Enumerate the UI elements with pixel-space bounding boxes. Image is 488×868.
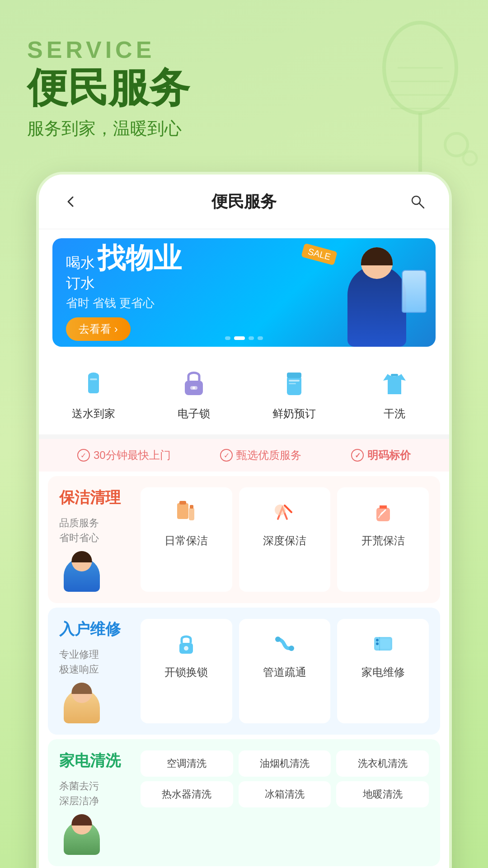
lock-icon	[176, 365, 212, 401]
appliance-header: 家电清洗 杀菌去污 深层洁净 空调清洗	[59, 750, 429, 855]
repair-desc: 专业修理 极速响应	[59, 647, 131, 677]
daily-cleaning-icon	[170, 496, 202, 528]
washer-cleaning-card[interactable]: 洗衣机清洗	[336, 750, 429, 777]
daily-cleaning-label: 日常保洁	[164, 533, 208, 548]
back-button[interactable]	[57, 188, 84, 215]
cleaning-desc: 品质服务 省时省心	[59, 515, 131, 545]
locksmith-label: 开锁换锁	[164, 665, 208, 679]
pipe-card[interactable]: 管道疏通	[239, 619, 331, 723]
banner-text-area: 喝水订水 找物业 省时 省钱 更省心 去看看 ›	[66, 244, 422, 341]
appliance-repair-card[interactable]: 家电维修	[337, 619, 429, 723]
svg-rect-22	[179, 501, 186, 505]
banner-button[interactable]: 去看看 ›	[66, 317, 131, 341]
svg-point-31	[289, 646, 294, 651]
fridge-cleaning-card[interactable]: 冰箱清洗	[239, 781, 331, 807]
dryclean-service-label: 干洗	[384, 406, 405, 421]
phone-mockup: 便民服务 喝水订水 找物业 省时 省钱 更省心 去看看 ›	[36, 172, 452, 868]
daily-cleaning-card[interactable]: 日常保洁	[141, 487, 232, 592]
deep-cleaning-card[interactable]: 深度保洁	[239, 487, 331, 592]
shirt-icon	[376, 365, 413, 401]
quick-services: 送水到家 电子锁	[39, 356, 449, 434]
svg-rect-18	[289, 380, 300, 382]
appliance-person	[59, 814, 104, 855]
repair-section: 入户维修 专业修理 极速响应	[48, 608, 440, 735]
svg-point-30	[275, 637, 281, 642]
appliance-row-2: 热水器清洗 冰箱清洗 地暖清洗	[141, 781, 429, 807]
pioneer-cleaning-icon	[367, 496, 399, 528]
quick-service-milk[interactable]: 鲜奶预订	[244, 365, 344, 421]
lock-service-label: 电子锁	[178, 406, 210, 421]
svg-line-26	[285, 505, 291, 512]
locksmith-icon	[170, 628, 202, 660]
check-icon-3: ✓	[351, 449, 364, 462]
svg-point-36	[376, 642, 379, 645]
water-icon	[75, 365, 112, 401]
cleaning-header: 保洁清理 品质服务 省时省心	[59, 487, 429, 592]
svg-point-29	[184, 646, 188, 651]
svg-rect-11	[88, 375, 99, 393]
banner-container: 喝水订水 找物业 省时 省钱 更省心 去看看 ›	[39, 229, 449, 356]
repair-title: 入户维修	[59, 619, 131, 640]
appliance-grid: 空调清洗 油烟机清洗 洗衣机清洗 热水器清洗 冰箱清洗 地暖清洗	[141, 750, 429, 855]
svg-rect-16	[287, 376, 301, 395]
app-content: 便民服务 喝水订水 找物业 省时 省钱 更省心 去看看 ›	[39, 175, 449, 868]
badge-quality: ✓ 甄选优质服务	[220, 448, 301, 462]
repair-header: 入户维修 专业修理 极速响应	[59, 619, 429, 723]
svg-line-9	[419, 203, 424, 208]
svg-rect-27	[376, 508, 390, 521]
cleaning-title: 保洁清理	[59, 487, 131, 508]
hood-cleaning-card[interactable]: 油烟机清洗	[239, 750, 331, 777]
appliance-repair-label: 家电维修	[361, 665, 405, 679]
search-icon[interactable]	[404, 188, 431, 215]
svg-rect-20	[391, 374, 398, 376]
svg-rect-19	[289, 383, 296, 384]
floor-heating-card[interactable]: 地暖清洗	[336, 781, 429, 807]
svg-point-35	[376, 639, 379, 642]
deep-cleaning-icon	[269, 496, 300, 528]
nav-title: 便民服务	[211, 191, 277, 213]
cleaning-section: 保洁清理 品质服务 省时省心	[48, 476, 440, 603]
ac-cleaning-card[interactable]: 空调清洗	[141, 750, 233, 777]
badge-row: ✓ 30分钟最快上门 ✓ 甄选优质服务 ✓ 明码标价	[39, 439, 449, 472]
service-subtitle: 服务到家，温暖到心	[27, 117, 461, 140]
repair-person	[59, 683, 104, 723]
pioneer-cleaning-label: 开荒保洁	[361, 533, 405, 548]
quick-service-lock[interactable]: 电子锁	[144, 365, 244, 421]
quick-service-dryclean[interactable]: 干洗	[344, 365, 445, 421]
quick-service-water[interactable]: 送水到家	[43, 365, 144, 421]
deep-cleaning-label: 深度保洁	[263, 533, 306, 548]
check-icon-2: ✓	[220, 449, 233, 462]
appliance-row-1: 空调清洗 油烟机清洗 洗衣机清洗	[141, 750, 429, 777]
pioneer-cleaning-card[interactable]: 开荒保洁	[337, 487, 429, 592]
milk-service-label: 鲜奶预订	[272, 406, 316, 421]
badge-fast: ✓ 30分钟最快上门	[77, 448, 171, 462]
appliance-repair-icon	[367, 628, 399, 660]
repair-service-grid: 开锁换锁 管道疏通	[141, 619, 429, 723]
appliance-section: 家电清洗 杀菌去污 深层洁净 空调清洗	[48, 739, 440, 866]
svg-point-15	[192, 387, 195, 389]
svg-rect-21	[177, 503, 188, 519]
milk-icon	[276, 365, 312, 401]
appliance-title: 家电清洗	[59, 750, 131, 771]
locksmith-card[interactable]: 开锁换锁	[141, 619, 232, 723]
badge-price: ✓ 明码标价	[351, 448, 411, 462]
check-icon-1: ✓	[77, 449, 90, 462]
services-container: ✓ 30分钟最快上门 ✓ 甄选优质服务 ✓ 明码标价 保洁清理	[39, 439, 449, 868]
heater-cleaning-card[interactable]: 热水器清洗	[141, 781, 233, 807]
cleaning-service-grid: 日常保洁 深度保洁	[141, 487, 429, 592]
appliance-desc: 杀菌去污 深层洁净	[59, 778, 131, 808]
service-cn-title: 便民服务	[27, 66, 461, 110]
svg-rect-24	[190, 505, 193, 509]
service-en-text: SERVICE	[27, 36, 461, 63]
pipe-icon	[269, 628, 300, 660]
header-area: SERVICE 便民服务 服务到家，温暖到心	[0, 0, 488, 158]
svg-rect-12	[90, 378, 97, 380]
svg-rect-17	[287, 373, 301, 378]
banner[interactable]: 喝水订水 找物业 省时 省钱 更省心 去看看 ›	[52, 238, 436, 347]
pipe-label: 管道疏通	[263, 665, 306, 679]
nav-bar: 便民服务	[39, 175, 449, 229]
svg-point-25	[275, 505, 286, 515]
cleaning-person	[59, 551, 104, 592]
water-service-label: 送水到家	[72, 406, 115, 421]
svg-rect-23	[189, 508, 194, 520]
